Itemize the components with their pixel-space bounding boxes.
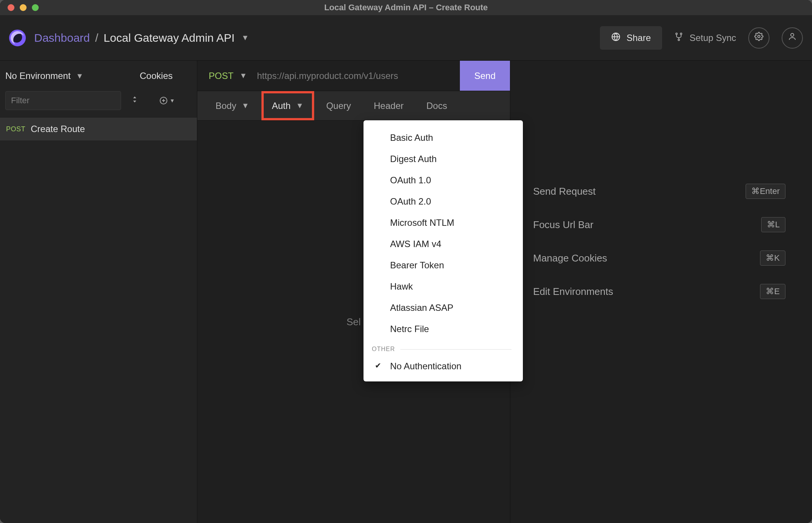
- svg-point-2: [680, 33, 682, 35]
- svg-point-1: [676, 33, 677, 35]
- cookies-button[interactable]: Cookies: [140, 71, 173, 81]
- share-button[interactable]: Share: [600, 26, 662, 50]
- auth-dropdown-menu: Basic Auth Digest Auth OAuth 1.0 OAuth 2…: [364, 120, 523, 381]
- shortcut-edit-environments[interactable]: Edit Environments ⌘E: [510, 275, 812, 308]
- auth-option-asap[interactable]: Atlassian ASAP: [364, 297, 523, 318]
- send-button[interactable]: Send: [460, 61, 510, 91]
- chevron-down-icon: ▼: [239, 71, 247, 80]
- shortcut-label: Manage Cookies: [533, 252, 607, 264]
- filter-input[interactable]: [5, 91, 121, 110]
- tab-label: Docs: [426, 101, 447, 111]
- divider: [400, 349, 511, 350]
- auth-option-oauth2[interactable]: OAuth 2.0: [364, 191, 523, 212]
- close-window-button[interactable]: [8, 4, 14, 11]
- setup-sync-button[interactable]: Setup Sync: [674, 32, 736, 44]
- shortcut-manage-cookies[interactable]: Manage Cookies ⌘K: [510, 241, 812, 275]
- user-icon: [788, 32, 797, 44]
- minimize-window-button[interactable]: [20, 4, 27, 11]
- tab-label: Query: [326, 101, 351, 111]
- method-selector[interactable]: POST ▼: [197, 71, 255, 81]
- tab-label: Auth: [272, 101, 291, 111]
- chevron-down-icon: ▼: [76, 72, 83, 80]
- sort-icon[interactable]: [127, 93, 142, 108]
- environment-selector[interactable]: No Environment ▼: [5, 71, 83, 81]
- svg-point-4: [758, 35, 760, 38]
- auth-option-hawk[interactable]: Hawk: [364, 276, 523, 297]
- setup-sync-label: Setup Sync: [689, 33, 736, 43]
- auth-option-basic[interactable]: Basic Auth: [364, 127, 523, 148]
- main-area: No Environment ▼ Cookies ▼ POST Create: [0, 61, 812, 523]
- method-badge: POST: [6, 125, 25, 133]
- sidebar: No Environment ▼ Cookies ▼ POST Create: [0, 61, 197, 523]
- tab-auth[interactable]: Auth ▼: [261, 91, 314, 120]
- chevron-down-icon: ▼: [242, 101, 249, 110]
- auth-option-ntlm[interactable]: Microsoft NTLM: [364, 212, 523, 233]
- gear-icon: [754, 32, 763, 44]
- breadcrumb-separator: /: [95, 32, 98, 44]
- request-name: Create Route: [31, 124, 85, 134]
- send-label: Send: [474, 71, 496, 81]
- app-logo-icon: [9, 30, 26, 46]
- settings-button[interactable]: [748, 27, 770, 49]
- environment-label: No Environment: [5, 71, 71, 81]
- request-panel: POST ▼ Send Body ▼ Auth ▼ Query: [197, 61, 510, 523]
- section-label: OTHER: [372, 346, 395, 353]
- shortcut-label: Focus Url Bar: [533, 219, 593, 231]
- add-request-button[interactable]: ▼: [156, 95, 178, 107]
- tab-query[interactable]: Query: [316, 91, 362, 120]
- response-panel: Send Request ⌘Enter Focus Url Bar ⌘L Man…: [510, 61, 812, 523]
- url-input[interactable]: [255, 61, 460, 91]
- tab-header[interactable]: Header: [363, 91, 414, 120]
- body-hint-text: Sel: [346, 316, 361, 328]
- tab-body[interactable]: Body ▼: [205, 91, 260, 120]
- sidebar-top-row: No Environment ▼ Cookies: [0, 61, 197, 91]
- auth-option-awsiam[interactable]: AWS IAM v4: [364, 233, 523, 255]
- shortcut-focus-url[interactable]: Focus Url Bar ⌘L: [510, 208, 812, 241]
- chevron-down-icon: ▼: [296, 101, 304, 110]
- shortcut-key: ⌘L: [761, 217, 785, 232]
- tab-docs[interactable]: Docs: [416, 91, 458, 120]
- account-button[interactable]: [782, 27, 803, 49]
- breadcrumb: Dashboard / Local Gateway Admin API ▼: [34, 32, 600, 44]
- breadcrumb-dashboard[interactable]: Dashboard: [34, 32, 90, 44]
- globe-icon: [611, 32, 620, 44]
- request-list: POST Create Route: [0, 118, 197, 523]
- share-label: Share: [626, 33, 651, 43]
- breadcrumb-project[interactable]: Local Gateway Admin API: [104, 32, 234, 44]
- request-list-item[interactable]: POST Create Route: [0, 118, 197, 140]
- shortcut-key: ⌘E: [760, 284, 785, 299]
- sidebar-filter-row: ▼: [0, 91, 197, 118]
- auth-option-digest[interactable]: Digest Auth: [364, 148, 523, 170]
- tab-label: Header: [374, 101, 404, 111]
- chevron-down-icon[interactable]: ▼: [241, 33, 249, 42]
- request-tabs: Body ▼ Auth ▼ Query Header Docs: [197, 91, 510, 121]
- traffic-lights: [8, 4, 39, 11]
- top-nav-actions: Share Setup Sync: [600, 26, 803, 50]
- shortcut-label: Edit Environments: [533, 286, 613, 298]
- shortcut-key: ⌘Enter: [746, 184, 785, 199]
- shortcut-send-request[interactable]: Send Request ⌘Enter: [510, 175, 812, 208]
- app-window: Local Gateway Admin API – Create Route D…: [0, 0, 812, 523]
- branch-icon: [674, 32, 683, 44]
- svg-point-5: [791, 33, 794, 36]
- auth-option-bearer[interactable]: Bearer Token: [364, 255, 523, 276]
- shortcut-label: Send Request: [533, 186, 596, 197]
- tab-label: Body: [216, 101, 236, 111]
- window-title: Local Gateway Admin API – Create Route: [324, 3, 488, 13]
- auth-option-netrc[interactable]: Netrc File: [364, 318, 523, 340]
- url-row: POST ▼ Send: [197, 61, 510, 91]
- top-nav: Dashboard / Local Gateway Admin API ▼ Sh…: [0, 15, 812, 61]
- auth-section-other: OTHER: [364, 340, 523, 356]
- svg-point-3: [678, 39, 680, 41]
- auth-option-oauth1[interactable]: OAuth 1.0: [364, 170, 523, 191]
- shortcut-key: ⌘K: [760, 250, 785, 266]
- auth-option-none[interactable]: No Authentication: [364, 356, 523, 377]
- titlebar: Local Gateway Admin API – Create Route: [0, 0, 812, 15]
- maximize-window-button[interactable]: [32, 4, 39, 11]
- method-label: POST: [209, 71, 233, 81]
